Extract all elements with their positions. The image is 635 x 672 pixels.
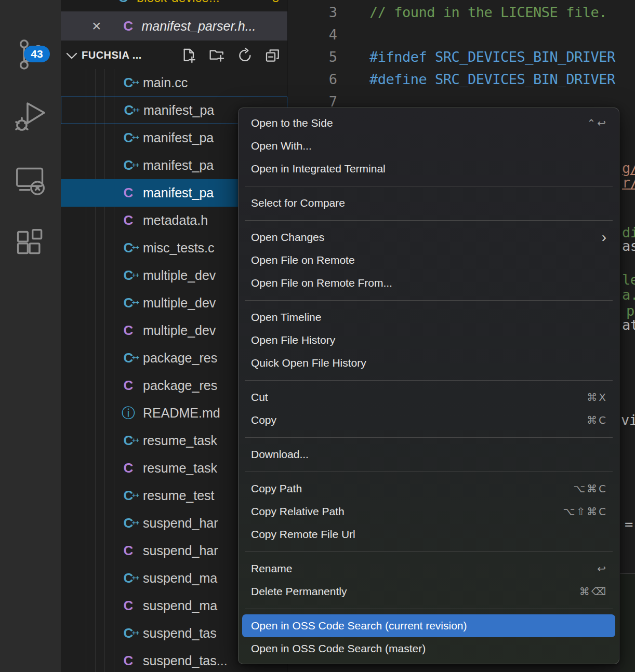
menu-separator <box>239 466 619 477</box>
menu-item-copy-remote-file-url[interactable]: Copy Remote File Url <box>239 523 619 546</box>
file-name-label: manifest_pa <box>143 158 214 173</box>
menu-item-quick-open-file-history[interactable]: Quick Open File History <box>239 352 619 374</box>
cpp-file-icon: C++ <box>121 240 136 256</box>
menu-item-shortcut: ⌃↩ <box>587 117 607 129</box>
menu-item-label: Open Changes <box>251 231 602 244</box>
code-fragment: le <box>622 272 635 288</box>
cpp-file-icon: C++ <box>121 488 136 504</box>
menu-item-open-file-on-remote[interactable]: Open File on Remote <box>239 249 619 272</box>
menu-item-label: Open Timeline <box>251 311 607 324</box>
file-name-label: suspend_har <box>143 516 218 531</box>
menu-item-label: Copy Path <box>251 482 573 495</box>
cpp-file-icon: C++ <box>121 570 136 586</box>
code-fragment: r/ <box>622 174 635 191</box>
menu-separator <box>239 180 619 192</box>
c-file-icon: C <box>121 212 136 229</box>
submenu-arrow-icon: › <box>602 230 606 245</box>
open-editor-file-name: manifest_parser.h... <box>142 19 256 34</box>
code-fragment: vic <box>621 412 635 428</box>
menu-item-download[interactable]: Download... <box>239 443 619 466</box>
close-icon[interactable]: × <box>92 18 101 34</box>
menu-item-copy[interactable]: Copy⌘C <box>239 409 619 432</box>
file-name-label: multiple_dev <box>143 295 216 311</box>
cpp-file-icon: C++ <box>121 350 136 366</box>
explorer-section-header[interactable]: FUCHSIA ... <box>61 42 287 69</box>
code-fragment: = <box>625 516 633 532</box>
menu-item-label: Copy Relative Path <box>251 505 563 518</box>
run-and-debug-tab[interactable] <box>0 87 61 144</box>
code-fragment: as <box>622 238 635 254</box>
menu-item-label: Quick Open File History <box>251 357 607 369</box>
new-folder-icon[interactable] <box>208 47 226 64</box>
menu-item-label: Rename <box>251 562 597 575</box>
file-name-label: suspend_ma <box>143 598 217 613</box>
file-name-label: suspend_har <box>143 543 218 558</box>
menu-item-copy-relative-path[interactable]: Copy Relative Path⌥⇧⌘C <box>239 500 619 523</box>
file-name-label: multiple_dev <box>143 268 216 283</box>
menu-item-open-in-oss-code-search-current-revision[interactable]: Open in OSS Code Search (current revisio… <box>242 614 615 637</box>
extensions-icon <box>15 227 46 258</box>
menu-item-select-for-compare[interactable]: Select for Compare <box>239 192 619 214</box>
menu-separator <box>239 603 619 614</box>
line-number: 4 <box>288 26 337 43</box>
line-number: 5 <box>288 49 337 65</box>
menu-separator <box>239 546 619 557</box>
menu-separator <box>239 214 619 226</box>
menu-item-label: Open in OSS Code Search (master) <box>251 642 607 655</box>
menu-item-rename[interactable]: Rename↩ <box>239 557 619 580</box>
c-file-icon: C <box>121 322 136 339</box>
menu-item-delete-permanently[interactable]: Delete Permanently⌘⌫ <box>239 580 619 603</box>
extensions-tab[interactable] <box>0 214 61 271</box>
c-file-icon: C <box>121 653 136 669</box>
menu-item-label: Open File on Remote From... <box>251 277 607 289</box>
file-name-label: main.cc <box>143 75 188 90</box>
open-editor-item-block-device[interactable]: C++ block-device... 3 <box>61 0 287 10</box>
menu-item-label: Copy <box>251 414 587 426</box>
cpp-file-icon: C++ <box>121 75 136 91</box>
file-name-label: manifest_pa <box>143 185 214 200</box>
open-editor-file-name: block-device... <box>137 0 220 5</box>
file-name-label: manifest_pa <box>143 130 214 145</box>
menu-item-open-with[interactable]: Open With... <box>239 135 619 157</box>
file-name-label: resume_task <box>143 433 217 448</box>
open-editor-item-manifest-parser[interactable]: × C manifest_parser.h... <box>61 11 287 41</box>
menu-item-cut[interactable]: Cut⌘X <box>239 386 619 409</box>
menu-item-label: Copy Remote File Url <box>251 528 607 541</box>
menu-item-open-file-on-remote-from[interactable]: Open File on Remote From... <box>239 272 619 294</box>
code-line: 3// found in the LICENSE file. <box>288 1 635 23</box>
line-number: 3 <box>288 4 337 20</box>
git-status-badge: 3 <box>272 0 279 5</box>
menu-item-label: Open in OSS Code Search (current revisio… <box>251 620 607 632</box>
code-line: 6#define SRC_DEVICES_BIN_DRIVER <box>288 68 635 90</box>
remote-explorer-tab[interactable] <box>0 152 61 209</box>
code-text: #define SRC_DEVICES_BIN_DRIVER <box>369 71 615 87</box>
menu-item-copy-path[interactable]: Copy Path⌥⌘C <box>239 477 619 500</box>
cpp-file-icon: C++ <box>121 130 136 146</box>
menu-item-open-in-integrated-terminal[interactable]: Open in Integrated Terminal <box>239 157 619 180</box>
code-text: #ifndef SRC_DEVICES_BIN_DRIVER <box>369 49 615 65</box>
menu-item-open-in-oss-code-search-master[interactable]: Open in OSS Code Search (master) <box>239 637 619 660</box>
new-file-icon[interactable] <box>181 47 197 64</box>
c-file-icon: C <box>121 185 136 201</box>
menu-item-open-changes[interactable]: Open Changes› <box>239 226 619 249</box>
menu-item-shortcut: ⌥⇧⌘C <box>563 505 607 518</box>
vscode-window: 43 <box>0 0 635 672</box>
refresh-icon[interactable] <box>237 47 254 64</box>
c-file-icon: C <box>121 460 136 476</box>
menu-item-open-file-history[interactable]: Open File History <box>239 329 619 352</box>
menu-item-label: Open in Integrated Terminal <box>251 163 607 175</box>
file-tree-item[interactable]: C++main.cc <box>61 69 287 97</box>
file-name-label: suspend_tas... <box>143 653 228 668</box>
collapse-all-icon[interactable] <box>264 47 281 64</box>
editor-lower-panel-edge <box>620 574 635 672</box>
context-menu: Open to the Side⌃↩Open With...Open in In… <box>238 107 619 664</box>
menu-item-open-timeline[interactable]: Open Timeline <box>239 306 619 329</box>
file-name-label: manifest_pa <box>143 103 214 118</box>
menu-item-open-to-the-side[interactable]: Open to the Side⌃↩ <box>239 112 619 135</box>
c-file-icon: C <box>121 378 136 394</box>
code-line: 4 <box>288 23 635 46</box>
cpp-file-icon: C++ <box>121 625 136 641</box>
file-name-label: package_res <box>143 378 217 393</box>
menu-item-label: Download... <box>251 448 607 461</box>
file-name-label: misc_tests.c <box>143 240 215 256</box>
